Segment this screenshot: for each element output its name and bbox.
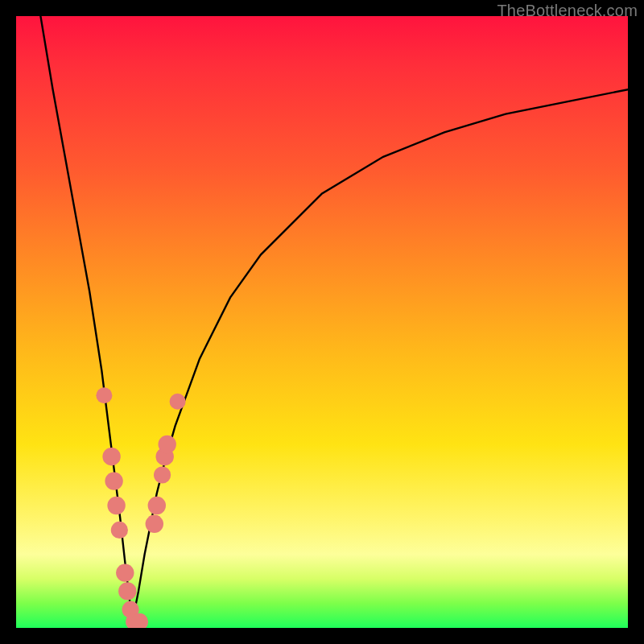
- bead-marker: [105, 472, 122, 489]
- bead-marker: [154, 466, 171, 483]
- bead-marker: [107, 497, 125, 514]
- bead-marker: [116, 564, 134, 581]
- chart-frame: TheBottleneck.com: [0, 0, 644, 644]
- bead-marker: [159, 436, 176, 453]
- bead-marker: [170, 394, 186, 410]
- plot-area: [16, 16, 628, 628]
- bead-marker: [118, 582, 136, 600]
- bead-marker: [102, 448, 120, 465]
- watermark-text: TheBottleneck.com: [497, 2, 638, 20]
- bead-marker: [146, 515, 163, 533]
- right-branch-curve: [132, 89, 628, 621]
- bead-marker: [96, 387, 112, 403]
- bead-marker: [111, 522, 128, 539]
- bead-marker: [148, 497, 166, 514]
- curve-layer: [16, 16, 628, 628]
- bead-markers: [96, 387, 185, 628]
